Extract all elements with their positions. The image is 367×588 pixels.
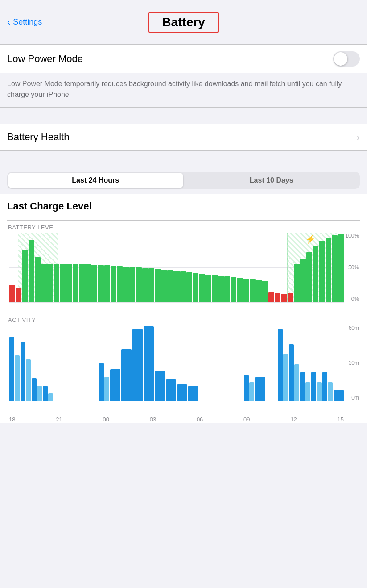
battery-bar	[161, 270, 167, 302]
activity-bar-screen-off	[15, 355, 20, 401]
activity-bar-screen-on	[334, 390, 344, 401]
activity-bar-group	[43, 325, 53, 401]
activity-bar-group	[9, 325, 20, 401]
battery-bar	[193, 273, 198, 302]
battery-level-chart: 100% 50% 0% ⚡	[7, 233, 360, 313]
activity-bar-screen-off	[294, 364, 299, 401]
low-power-mode-label: Low Power Mode	[7, 53, 83, 65]
activity-bar-screen-on	[121, 349, 132, 401]
battery-bar	[205, 275, 211, 302]
activity-bar-screen-on	[177, 384, 187, 401]
activity-bar-group	[99, 325, 109, 401]
activity-bar-group	[21, 325, 31, 401]
battery-bar	[111, 266, 116, 302]
battery-bar	[306, 252, 312, 302]
activity-bar-screen-on	[155, 371, 165, 401]
activity-bar-group	[177, 325, 187, 401]
segment-last-24-hours[interactable]: Last 24 Hours	[8, 173, 183, 188]
activity-bar-group	[311, 325, 322, 401]
activity-bar-screen-on	[132, 329, 143, 401]
battery-bar	[313, 246, 318, 302]
battery-bar	[73, 264, 78, 302]
activity-bar-screen-off	[305, 382, 310, 401]
activity-bar-group	[32, 325, 42, 401]
battery-bar	[129, 267, 135, 302]
battery-y-label-100: 100%	[345, 233, 359, 239]
battery-bar	[332, 235, 338, 302]
battery-bar	[300, 259, 306, 302]
activity-bar-group	[110, 325, 120, 401]
battery-bar	[224, 276, 230, 302]
activity-bar-screen-on	[43, 386, 48, 401]
battery-bar	[199, 274, 205, 302]
low-power-mode-section: Low Power Mode	[0, 45, 367, 73]
activity-bar-screen-on	[311, 372, 316, 401]
battery-y-label-50: 50%	[348, 264, 359, 271]
battery-bar	[281, 294, 287, 302]
battery-bar	[29, 240, 34, 302]
chart-divider-1	[7, 220, 360, 221]
activity-bars-container	[9, 325, 344, 401]
x-labels-row: 18 21 00 03 06 09 12 15	[7, 414, 360, 423]
activity-chart: 60m 30m 0m	[7, 325, 360, 414]
battery-bar	[54, 264, 59, 302]
segment-last-10-days[interactable]: Last 10 Days	[184, 173, 359, 188]
activity-bar-group	[155, 325, 165, 401]
battery-y-labels: 100% 50% 0%	[345, 233, 360, 302]
activity-bar-group	[87, 325, 98, 401]
activity-bar-screen-off	[48, 393, 53, 401]
battery-bar	[117, 266, 123, 302]
battery-bars-container: ⚡	[9, 233, 344, 302]
low-power-mode-toggle[interactable]	[333, 51, 360, 67]
battery-bar	[186, 272, 192, 302]
title-box: Battery	[148, 12, 218, 33]
activity-bar-screen-off	[249, 382, 254, 401]
battery-health-chevron-icon: ›	[357, 132, 360, 142]
x-label-21: 21	[56, 416, 62, 423]
activity-bar-screen-off	[328, 382, 333, 401]
activity-bar-screen-on	[289, 344, 294, 401]
activity-bar-screen-on	[255, 377, 265, 401]
activity-bar-screen-on	[322, 372, 327, 401]
activity-section: ACTIVITY 60m 30m 0m 18 21 00 03 06 09 12…	[7, 313, 360, 423]
activity-bar-screen-off	[37, 386, 42, 401]
x-label-06: 06	[197, 416, 203, 423]
activity-bar-group	[233, 325, 243, 401]
activity-y-label-30: 30m	[349, 360, 359, 366]
nav-header: ‹ Settings Battery	[0, 0, 367, 45]
activity-bar-group	[166, 325, 176, 401]
battery-bar	[148, 268, 154, 302]
activity-bar-group	[132, 325, 143, 401]
battery-bar	[250, 279, 256, 302]
activity-bar-screen-on	[144, 326, 154, 401]
activity-bar-screen-off	[283, 354, 288, 401]
activity-bar-screen-on	[99, 363, 104, 401]
battery-bar	[294, 264, 300, 302]
battery-bar	[104, 265, 110, 302]
activity-y-label-0: 0m	[351, 395, 359, 401]
battery-bar	[288, 293, 293, 302]
battery-health-row[interactable]: Battery Health ›	[0, 124, 367, 150]
battery-bar	[60, 264, 66, 302]
activity-bar-screen-on	[244, 375, 249, 401]
battery-health-label: Battery Health	[7, 131, 69, 143]
battery-bar	[275, 293, 280, 302]
x-label-15: 15	[338, 416, 344, 423]
activity-bar-group	[266, 325, 276, 401]
battery-bar	[218, 276, 224, 302]
battery-bar	[231, 277, 236, 302]
battery-bar	[180, 271, 186, 302]
back-button[interactable]: ‹ Settings	[7, 17, 42, 28]
low-power-mode-row: Low Power Mode	[0, 45, 367, 73]
activity-bar-screen-off	[26, 359, 31, 401]
activity-bar-group	[54, 325, 64, 401]
battery-bar	[41, 264, 47, 302]
activity-bar-screen-on	[21, 342, 25, 401]
battery-bar	[326, 238, 331, 302]
battery-level-section: BATTERY LEVEL 100% 50% 0% ⚡	[7, 217, 360, 313]
activity-bar-screen-off	[317, 382, 322, 401]
battery-bar	[16, 288, 21, 302]
x-label-00: 00	[103, 416, 109, 423]
activity-bar-group	[144, 325, 154, 401]
activity-bar-group	[188, 325, 198, 401]
